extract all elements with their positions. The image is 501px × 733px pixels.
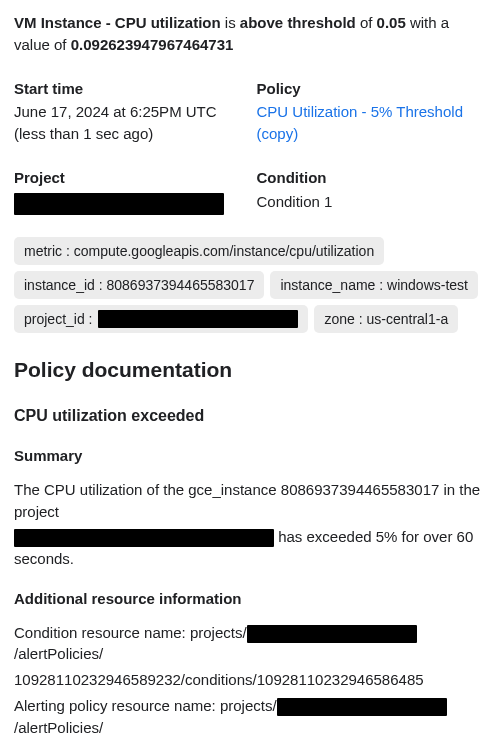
doc-subheading: CPU utilization exceeded (14, 404, 487, 427)
chip-project-id-redacted (98, 310, 298, 328)
policy-label: Policy (257, 78, 488, 100)
alert-metric-name: VM Instance - CPU utilization (14, 14, 221, 31)
summary-line-1: The CPU utilization of the gce_instance … (14, 479, 487, 523)
additional-info-heading: Additional resource information (14, 588, 487, 610)
chip-project-id-label: project_id : (24, 309, 92, 329)
chip-zone: zone : us-central1-a (314, 305, 458, 333)
chip-instance-id: instance_id : 8086937394465583017 (14, 271, 264, 299)
meta-row-1: Start time June 17, 2024 at 6:25PM UTC (… (14, 78, 487, 145)
start-time-label: Start time (14, 78, 245, 100)
alert-title: VM Instance - CPU utilization is above t… (14, 12, 487, 56)
project-value-redacted (14, 193, 224, 215)
summary-project-redacted (14, 529, 274, 547)
summary-line-2: has exceeded 5% for over 60 seconds. (14, 526, 487, 570)
project-label: Project (14, 167, 245, 189)
start-time-value: June 17, 2024 at 6:25PM UTC (less than 1… (14, 101, 245, 145)
condition-resource-tail: 10928110232946589232/conditions/10928110… (14, 669, 487, 691)
chip-metric: metric : compute.googleapis.com/instance… (14, 237, 384, 265)
alert-threshold: 0.05 (377, 14, 406, 31)
summary-heading: Summary (14, 445, 487, 467)
condition-value: Condition 1 (257, 191, 488, 213)
condition-label: Condition (257, 167, 488, 189)
alerting-resource-line: Alerting policy resource name: projects/… (14, 695, 487, 733)
alert-state: above threshold (240, 14, 356, 31)
chip-instance-name: instance_name : windows-test (270, 271, 478, 299)
policy-link[interactable]: CPU Utilization - 5% Threshold (copy) (257, 103, 463, 142)
label-chips: metric : compute.googleapis.com/instance… (14, 237, 487, 334)
meta-row-2: Project Condition Condition 1 (14, 167, 487, 215)
condition-resource-line: Condition resource name: projects//alert… (14, 622, 487, 666)
alert-value: 0.092623947967464731 (71, 36, 234, 53)
chip-project-id: project_id : (14, 305, 308, 333)
cond-project-redacted (247, 625, 417, 643)
policy-doc-heading: Policy documentation (14, 355, 487, 385)
alert-project-redacted (277, 698, 447, 716)
